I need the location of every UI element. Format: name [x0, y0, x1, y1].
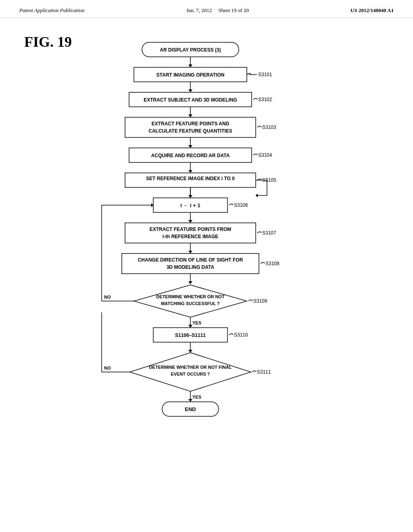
svg-marker-37 [188, 220, 192, 223]
publication-date: Jun. 7, 2012 [186, 7, 212, 13]
svg-text:CHANGE DIRECTION OF LINE OF SI: CHANGE DIRECTION OF LINE OF SIGHT FOR [138, 257, 243, 263]
svg-marker-6 [188, 89, 192, 92]
svg-text:ACQUIRE AND RECORD AR DATA: ACQUIRE AND RECORD AR DATA [151, 153, 230, 158]
svg-text:S3106: S3106 [234, 202, 248, 208]
title-text: AR DISPLAY PROCESS (3) [160, 47, 221, 53]
svg-text:S3110: S3110 [234, 332, 248, 338]
svg-text:NO: NO [104, 366, 111, 370]
main-content: FIG. 19 AR DISPLAY PROCESS (3) START IMA… [0, 18, 413, 530]
svg-text:DETERMINE WHETHER OR NOT FINAL: DETERMINE WHETHER OR NOT FINAL [149, 365, 232, 370]
svg-marker-2 [188, 64, 192, 67]
svg-marker-22 [188, 170, 192, 173]
svg-text:MATCHING SUCCESSFUL ?: MATCHING SUCCESSFUL ? [161, 301, 220, 306]
svg-marker-29 [256, 193, 258, 197]
svg-text:i-th REFERENCE IMAGE: i-th REFERENCE IMAGE [163, 234, 219, 239]
svg-marker-66 [188, 350, 192, 353]
svg-text:EXTRACT SUBJECT AND 3D MODELIN: EXTRACT SUBJECT AND 3D MODELING [144, 97, 237, 103]
svg-text:YES: YES [192, 395, 201, 399]
svg-text:EXTRACT FEATURE POINTS AND: EXTRACT FEATURE POINTS AND [152, 121, 229, 127]
svg-text:S3108: S3108 [265, 261, 280, 266]
sheet-info: Jun. 7, 2012 Sheet 19 of 20 [186, 7, 249, 14]
svg-text:SET REFERENCE IMAGE INDEX i TO: SET REFERENCE IMAGE INDEX i TO 0 [146, 176, 235, 181]
svg-text:CALCULATE FEATURE QUANTITIES: CALCULATE FEATURE QUANTITIES [148, 128, 232, 134]
svg-text:END: END [185, 406, 196, 412]
svg-text:S3103: S3103 [262, 125, 276, 130]
label-s3101: S3101 [258, 72, 272, 77]
svg-marker-32 [188, 195, 192, 198]
svg-text:EXTRACT FEATURE POINTS FROM: EXTRACT FEATURE POINTS FROM [150, 227, 231, 232]
svg-text:S3102: S3102 [258, 97, 272, 102]
svg-rect-44 [122, 254, 259, 274]
figure-label: FIG. 19 [24, 33, 72, 50]
svg-text:S3111: S3111 [257, 369, 271, 375]
svg-marker-49 [188, 281, 192, 284]
svg-marker-43 [188, 251, 192, 254]
flowchart: AR DISPLAY PROCESS (3) START IMAGING OPE… [25, 34, 388, 518]
svg-text:DETERMINE WHETHER OR NOT: DETERMINE WHETHER OR NOT [156, 294, 225, 299]
svg-text:EVENT OCCURS ?: EVENT OCCURS ? [171, 372, 210, 376]
svg-rect-12 [125, 117, 256, 137]
svg-marker-11 [188, 114, 192, 117]
svg-marker-55 [188, 325, 192, 328]
svg-rect-38 [125, 223, 256, 243]
svg-text:NO: NO [104, 295, 111, 299]
svg-text:YES: YES [192, 320, 201, 325]
publication-label: Patent Application Publication [19, 7, 85, 14]
page-header: Patent Application Publication Jun. 7, 2… [0, 0, 413, 18]
sheet-number: Sheet 19 of 20 [218, 7, 248, 13]
svg-text:S3109: S3109 [253, 298, 267, 304]
svg-text:S1106–S1111: S1106–S1111 [175, 332, 206, 338]
svg-text:S3107: S3107 [262, 230, 276, 236]
patent-number: US 2012/140040 A1 [350, 7, 394, 14]
svg-text:START IMAGING OPERATION: START IMAGING OPERATION [156, 72, 225, 78]
svg-marker-17 [188, 145, 192, 148]
svg-marker-72 [188, 399, 192, 402]
svg-text:S3104: S3104 [258, 152, 272, 158]
svg-text:i ← i + 1: i ← i + 1 [180, 202, 200, 208]
svg-text:3D MODELING DATA: 3D MODELING DATA [167, 264, 215, 270]
